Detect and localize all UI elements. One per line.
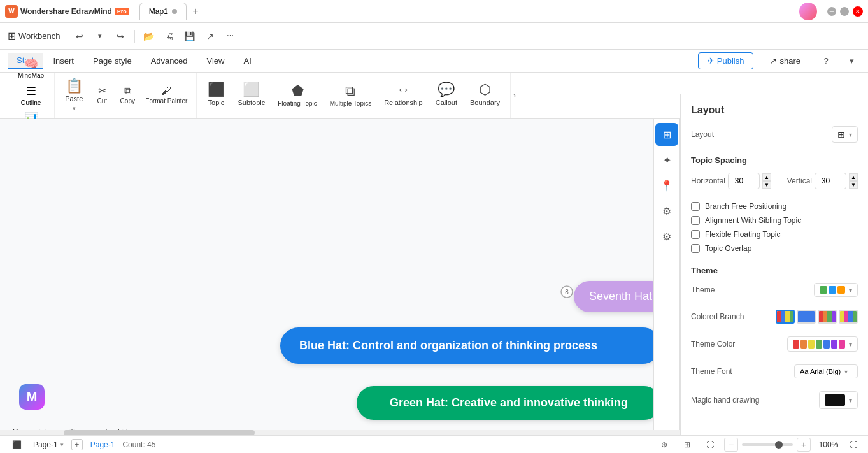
print-button[interactable]: 🖨 <box>160 27 178 45</box>
swatch-green <box>816 340 822 349</box>
menu-insert[interactable]: Insert <box>44 54 83 68</box>
undo-dropdown[interactable]: ▾ <box>91 27 109 45</box>
paste-icon: 📋 <box>66 79 83 93</box>
menu-advanced[interactable]: Advanced <box>142 54 197 68</box>
menu-page-style[interactable]: Page style <box>84 54 141 68</box>
tab-area: Map1 + <box>139 3 203 20</box>
relationship-button[interactable]: ↔ Relationship <box>379 80 428 110</box>
floating-topic-button[interactable]: ⬟ Floating Topic <box>273 82 322 110</box>
theme-row: Theme ▾ <box>691 283 858 297</box>
share-toolbar-button[interactable]: ↗ <box>201 27 219 45</box>
callout-button[interactable]: 💬 Callout <box>430 80 462 110</box>
settings-button[interactable]: ▾ <box>843 52 860 70</box>
zoom-slider[interactable] <box>742 443 793 446</box>
theme-font-row: Theme Font Aa Arial (Big) ▾ <box>691 364 858 378</box>
ribbon-more-button[interactable]: › <box>511 88 518 103</box>
more-toolbar-button[interactable]: ⋯ <box>222 27 239 45</box>
export-button[interactable]: 💾 <box>181 27 199 45</box>
expand-button[interactable]: ⛶ <box>846 438 860 452</box>
add-page-button[interactable]: + <box>71 439 83 450</box>
map-tab[interactable]: Map1 <box>139 3 187 20</box>
open-button[interactable]: 📂 <box>140 27 158 45</box>
vertical-spin-up[interactable]: ▲ <box>849 173 858 181</box>
topic-overlap-checkbox[interactable] <box>691 244 700 253</box>
theme-panel-button[interactable]: ⚙ <box>655 199 678 222</box>
vertical-spacing: Vertical ▲ ▼ <box>787 173 858 189</box>
settings-panel-button[interactable]: ⚙ <box>655 225 678 248</box>
menu-view[interactable]: View <box>198 54 234 68</box>
view-modes: 🧠 MindMap ☰ Outline 📊 PPT <box>8 73 55 118</box>
insert-panel-button[interactable]: 📍 <box>655 174 678 197</box>
layout-selector[interactable]: ⊞ ▾ <box>832 126 858 143</box>
branch-free-checkbox[interactable] <box>691 202 700 211</box>
toggle-panel-button[interactable]: ⬛ <box>8 436 25 454</box>
magic-color-preview <box>825 394 845 406</box>
zoom-in-button[interactable]: + <box>797 438 811 452</box>
copy-button[interactable]: ⧉ Copy <box>116 84 139 107</box>
cut-button[interactable]: ✂ Cut <box>90 84 113 107</box>
active-page-tab[interactable]: Page-1 <box>90 440 115 449</box>
cb-option-2[interactable] <box>797 310 816 324</box>
vertical-input[interactable] <box>815 173 846 189</box>
boundary-button[interactable]: ⬡ Boundary <box>465 80 505 110</box>
fullscreen-button[interactable]: ⛶ <box>701 436 719 454</box>
green-hat-node[interactable]: Green Hat: Creative and innovative think… <box>357 386 661 420</box>
magic-draw-selector[interactable]: ▾ <box>819 391 858 409</box>
swatch-red <box>793 340 799 349</box>
publish-button[interactable]: ✈ Publish <box>698 52 754 69</box>
menu-ai[interactable]: AI <box>234 54 260 68</box>
spacing-row: Horizontal ▲ ▼ Vertical ▲ ▼ <box>691 173 858 189</box>
outline-mode-button[interactable]: ☰ Outline <box>16 82 46 108</box>
cb-option-1[interactable] <box>776 310 795 324</box>
user-avatar[interactable] <box>799 3 817 20</box>
workbench-label: Workbench <box>18 31 60 41</box>
count-display: Count: 45 <box>122 440 155 449</box>
multiple-topics-icon: ⧉ <box>345 84 355 98</box>
flexible-floating-checkbox[interactable] <box>691 230 700 239</box>
watermark-logo: M <box>19 384 45 410</box>
fit-view-button[interactable]: ⊕ <box>655 436 673 454</box>
horizontal-spin-down[interactable]: ▼ <box>762 181 771 189</box>
help-button[interactable]: ? <box>817 52 835 70</box>
multiple-topics-button[interactable]: ⧉ Multiple Topics <box>325 82 376 110</box>
share-button[interactable]: ↗ share <box>761 53 809 69</box>
menu-bar: Start Insert Page style Advanced View AI… <box>0 50 868 73</box>
scroll-thumb[interactable] <box>64 430 255 435</box>
paste-button[interactable]: 📋 Paste ▾ <box>60 76 88 114</box>
horizontal-spin-up[interactable]: ▲ <box>762 173 771 181</box>
undo-button[interactable]: ↩ <box>71 27 89 45</box>
status-right: ⊕ ⊞ ⛶ − + 100% ⛶ <box>655 436 860 454</box>
swatch-pink <box>839 340 845 349</box>
theme-color-chevron: ▾ <box>849 341 852 348</box>
topic-button[interactable]: ⬛ Topic <box>202 80 230 110</box>
blue-hat-node[interactable]: Blue Hat: Control and organization of th… <box>280 327 661 364</box>
layout-row: Layout ⊞ ▾ <box>691 126 858 143</box>
tab-label: Map1 <box>149 7 168 16</box>
cb-option-3[interactable] <box>818 310 837 324</box>
close-button[interactable]: ✕ <box>853 6 863 17</box>
subtopic-button[interactable]: ⬜ Subtopic <box>232 80 270 110</box>
horizontal-scrollbar[interactable] <box>0 430 680 435</box>
theme-selector[interactable]: ▾ <box>814 283 858 297</box>
format-painter-button[interactable]: 🖌 Format Painter <box>141 84 191 106</box>
redo-button[interactable]: ↪ <box>111 27 129 45</box>
minimize-button[interactable]: ─ <box>827 7 836 16</box>
zoom-out-button[interactable]: − <box>724 438 738 452</box>
theme-font-selector[interactable]: Aa Arial (Big) ▾ <box>794 364 858 378</box>
maximize-button[interactable]: □ <box>840 7 849 16</box>
page-1-tab[interactable]: Page-1 ▾ <box>33 440 64 449</box>
zoom-level: 100% <box>816 440 841 449</box>
layout-panel-button[interactable]: ⊞ <box>655 123 678 146</box>
workbench-button[interactable]: ⊞ Workbench <box>8 30 60 42</box>
alignment-sibling-checkbox[interactable] <box>691 216 700 225</box>
theme-chevron: ▾ <box>849 287 852 294</box>
cb-option-4[interactable] <box>839 310 858 324</box>
vertical-spin-down[interactable]: ▼ <box>849 181 858 189</box>
boundary-icon: ⬡ <box>479 83 491 97</box>
horizontal-input[interactable] <box>728 173 760 189</box>
style-panel-button[interactable]: ✦ <box>655 148 678 171</box>
mindmap-mode-button[interactable]: 🧠 MindMap <box>13 55 49 81</box>
add-tab-button[interactable]: + <box>188 4 203 19</box>
theme-color-bar[interactable]: ▾ <box>787 336 858 352</box>
grid-view-button[interactable]: ⊞ <box>678 436 696 454</box>
